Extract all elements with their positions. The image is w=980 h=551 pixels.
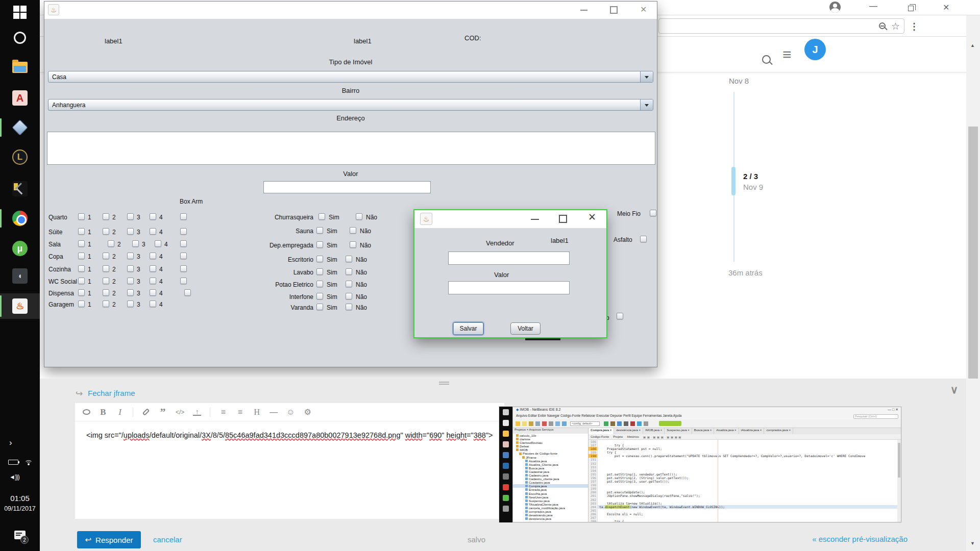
taskbar-item-utorrent[interactable]: µ bbox=[0, 237, 40, 260]
user-avatar[interactable]: J bbox=[804, 39, 826, 60]
main-close-button[interactable]: ✕ bbox=[640, 6, 647, 14]
valor-input[interactable] bbox=[263, 181, 431, 193]
numbered-list-icon[interactable]: ≡ bbox=[236, 408, 244, 417]
composer-grabber[interactable] bbox=[439, 381, 449, 386]
asfalto-checkbox[interactable] bbox=[640, 236, 647, 242]
wc-social-2-checkbox[interactable] bbox=[103, 278, 109, 284]
tipo-imovel-combobox[interactable]: Casa bbox=[48, 71, 653, 83]
sala-3-checkbox[interactable] bbox=[132, 240, 139, 247]
browser-minimize-button[interactable]: — bbox=[869, 2, 877, 11]
taskbar-item-admin-tools[interactable] bbox=[0, 178, 40, 200]
zoom-out-icon[interactable] bbox=[879, 22, 886, 29]
omnibox[interactable] bbox=[658, 18, 904, 34]
garagem-3-checkbox[interactable] bbox=[127, 300, 134, 307]
s-ite-1-checkbox[interactable] bbox=[78, 228, 85, 235]
vendedor-input[interactable] bbox=[448, 252, 570, 265]
churrasqueira-nao-checkbox[interactable] bbox=[356, 213, 362, 220]
editor-textarea[interactable]: <img src="/uploads/default/original/3X/8… bbox=[86, 429, 494, 442]
dispensa-1-checkbox[interactable] bbox=[78, 289, 85, 296]
sauna-sim-checkbox[interactable] bbox=[316, 227, 323, 234]
wc-social-1-checkbox[interactable] bbox=[78, 278, 85, 284]
bairro-dropdown-button[interactable] bbox=[640, 99, 653, 110]
quarto-box-arm-checkbox[interactable] bbox=[180, 213, 187, 220]
garagem-4-checkbox[interactable] bbox=[150, 300, 156, 307]
dialog-minimize-button[interactable] bbox=[531, 219, 539, 220]
taskbar-item-league-of-legends[interactable]: L bbox=[0, 146, 40, 168]
garagem-1-checkbox[interactable] bbox=[78, 300, 85, 307]
sala-2-checkbox[interactable] bbox=[108, 240, 114, 247]
tray-expand-icon[interactable]: › bbox=[9, 438, 12, 448]
battery-icon[interactable] bbox=[8, 460, 18, 465]
browser-close-button[interactable]: ✕ bbox=[943, 3, 949, 12]
cozinha-4-checkbox[interactable] bbox=[150, 265, 156, 272]
dispensa-3-checkbox[interactable] bbox=[127, 289, 134, 296]
scrollbar-up-icon[interactable]: ▲ bbox=[970, 43, 975, 48]
varanda-sim-checkbox[interactable] bbox=[316, 304, 323, 310]
comment-icon[interactable] bbox=[82, 409, 90, 415]
sala-1-checkbox[interactable] bbox=[78, 240, 85, 247]
browser-menu-icon[interactable]: ⋮ bbox=[910, 21, 919, 32]
dialog-close-button[interactable]: ✕ bbox=[588, 213, 596, 221]
wifi-icon[interactable] bbox=[24, 459, 33, 465]
italic-icon[interactable]: I bbox=[116, 407, 124, 417]
lavabo-sim-checkbox[interactable] bbox=[316, 268, 323, 275]
cozinha-1-checkbox[interactable] bbox=[78, 265, 85, 272]
quarto-4-checkbox[interactable] bbox=[150, 213, 156, 220]
dialog-maximize-button[interactable] bbox=[559, 215, 567, 223]
escritorio-sim-checkbox[interactable] bbox=[316, 256, 323, 262]
salvar-button[interactable]: Salvar bbox=[453, 322, 484, 335]
copa-2-checkbox[interactable] bbox=[103, 253, 109, 259]
bairro-combobox[interactable]: Anhanguera bbox=[48, 99, 653, 111]
potao-eletrico-sim-checkbox[interactable] bbox=[316, 281, 323, 287]
interfone-nao-checkbox[interactable] bbox=[346, 293, 352, 299]
bulleted-list-icon[interactable]: ≡ bbox=[219, 408, 227, 417]
dialog-valor-input[interactable] bbox=[448, 281, 570, 294]
taskbar-item-chrome[interactable] bbox=[0, 207, 40, 230]
endereco-textarea[interactable] bbox=[47, 132, 655, 165]
meio-fio-checkbox[interactable] bbox=[650, 210, 656, 216]
scrollbar-thumb[interactable] bbox=[968, 127, 978, 379]
s-ite-4-checkbox[interactable] bbox=[150, 228, 156, 235]
copa-1-checkbox[interactable] bbox=[78, 253, 85, 259]
dispensa-4-checkbox[interactable] bbox=[150, 289, 156, 296]
hide-preview-link[interactable]: « esconder pré-visualização bbox=[812, 535, 908, 543]
horizontal-rule-icon[interactable]: — bbox=[270, 408, 278, 417]
volume-icon[interactable]: ◄))) bbox=[9, 473, 19, 481]
scrollbar-down-icon[interactable]: ▼ bbox=[970, 541, 975, 546]
cozinha-box-arm-checkbox[interactable] bbox=[180, 265, 187, 272]
close-jframe-link[interactable]: Fechar jframe bbox=[88, 389, 135, 397]
dispensa-box-arm-checkbox[interactable] bbox=[184, 289, 191, 296]
browser-profile-icon[interactable] bbox=[829, 2, 841, 13]
emoji-icon[interactable]: ☺ bbox=[286, 408, 295, 417]
quarto-3-checkbox[interactable] bbox=[127, 213, 134, 220]
interfone-sim-checkbox[interactable] bbox=[316, 293, 323, 299]
reply-button[interactable]: ↩Responder bbox=[77, 531, 141, 548]
taskbar-item-start[interactable] bbox=[0, 1, 40, 23]
tipo-imovel-dropdown-button[interactable] bbox=[640, 71, 653, 82]
s-ite-2-checkbox[interactable] bbox=[103, 228, 109, 235]
main-maximize-button[interactable] bbox=[610, 6, 618, 14]
copa-4-checkbox[interactable] bbox=[150, 253, 156, 259]
s-ite-3-checkbox[interactable] bbox=[127, 228, 134, 235]
upload-icon[interactable]: ↑ bbox=[193, 409, 201, 416]
sala-box-arm-checkbox[interactable] bbox=[180, 240, 187, 247]
code-icon[interactable]: </> bbox=[176, 409, 184, 416]
quarto-1-checkbox[interactable] bbox=[78, 213, 85, 220]
copa-3-checkbox[interactable] bbox=[127, 253, 134, 259]
options-gear-icon[interactable]: ⚙ bbox=[304, 407, 312, 417]
wc-social-box-arm-checkbox[interactable] bbox=[180, 278, 187, 284]
taskbar-item-java-app[interactable]: ♨ bbox=[0, 293, 40, 319]
sala-4-checkbox[interactable] bbox=[155, 240, 161, 247]
voltar-button[interactable]: Voltar bbox=[510, 322, 541, 335]
main-minimize-button[interactable] bbox=[580, 10, 587, 11]
browser-restore-button[interactable] bbox=[908, 6, 914, 11]
taskbar-item-cortana[interactable] bbox=[0, 27, 40, 49]
taskbar-item-virtualbox[interactable] bbox=[0, 116, 40, 139]
taskbar-item-autocad[interactable]: A bbox=[0, 87, 40, 109]
cozinha-2-checkbox[interactable] bbox=[103, 265, 109, 272]
churrasqueira-sim-checkbox[interactable] bbox=[318, 213, 325, 220]
varanda-nao-checkbox[interactable] bbox=[346, 304, 352, 310]
dep-empregada-nao-checkbox[interactable] bbox=[350, 241, 356, 248]
hamburger-menu-icon[interactable]: ≡ bbox=[782, 46, 792, 63]
clock-date[interactable]: 09/11/2017 bbox=[0, 505, 40, 512]
